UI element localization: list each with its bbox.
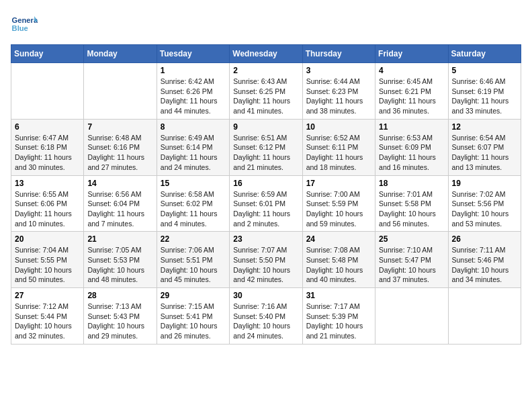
day-content: Sunrise: 7:06 AM Sunset: 5:51 PM Dayligh…	[161, 245, 226, 285]
day-content: Sunrise: 7:13 AM Sunset: 5:43 PM Dayligh…	[87, 302, 152, 341]
day-content: Sunrise: 6:51 AM Sunset: 6:12 PM Dayligh…	[233, 133, 298, 173]
day-number: 11	[379, 122, 444, 132]
calendar-header-row: SundayMondayTuesdayWednesdayThursdayFrid…	[11, 45, 521, 63]
day-content: Sunrise: 6:59 AM Sunset: 6:01 PM Dayligh…	[233, 189, 298, 229]
day-number: 19	[452, 179, 517, 188]
page-header: General Blue	[11, 11, 521, 38]
calendar-cell: 4Sunrise: 6:45 AM Sunset: 6:21 PM Daylig…	[375, 63, 448, 120]
calendar-cell: 17Sunrise: 7:00 AM Sunset: 5:59 PM Dayli…	[302, 175, 375, 232]
day-content: Sunrise: 6:54 AM Sunset: 6:07 PM Dayligh…	[452, 133, 517, 173]
day-number: 31	[306, 291, 371, 300]
calendar-cell: 12Sunrise: 6:54 AM Sunset: 6:07 PM Dayli…	[448, 119, 521, 175]
day-content: Sunrise: 6:58 AM Sunset: 6:02 PM Dayligh…	[161, 189, 226, 229]
calendar-cell: 5Sunrise: 6:46 AM Sunset: 6:19 PM Daylig…	[448, 63, 521, 120]
day-content: Sunrise: 7:07 AM Sunset: 5:50 PM Dayligh…	[233, 245, 298, 285]
calendar-cell	[375, 288, 448, 345]
day-number: 12	[452, 122, 517, 132]
day-content: Sunrise: 7:04 AM Sunset: 5:55 PM Dayligh…	[15, 245, 80, 285]
day-content: Sunrise: 7:05 AM Sunset: 5:53 PM Dayligh…	[87, 245, 152, 285]
day-number: 22	[161, 234, 226, 244]
day-content: Sunrise: 7:11 AM Sunset: 5:46 PM Dayligh…	[452, 245, 517, 285]
day-number: 17	[306, 179, 371, 188]
calendar-cell: 14Sunrise: 6:56 AM Sunset: 6:04 PM Dayli…	[84, 175, 157, 232]
day-number: 27	[15, 291, 80, 300]
calendar-cell: 10Sunrise: 6:52 AM Sunset: 6:11 PM Dayli…	[302, 119, 375, 175]
day-content: Sunrise: 7:02 AM Sunset: 5:56 PM Dayligh…	[452, 189, 517, 229]
day-content: Sunrise: 6:43 AM Sunset: 6:25 PM Dayligh…	[233, 77, 298, 116]
logo-icon: General Blue	[11, 11, 38, 38]
calendar-cell: 24Sunrise: 7:08 AM Sunset: 5:48 PM Dayli…	[302, 232, 375, 288]
day-number: 14	[87, 179, 152, 188]
calendar-cell: 8Sunrise: 6:49 AM Sunset: 6:14 PM Daylig…	[157, 119, 229, 175]
day-content: Sunrise: 6:53 AM Sunset: 6:09 PM Dayligh…	[379, 133, 444, 173]
day-content: Sunrise: 7:17 AM Sunset: 5:39 PM Dayligh…	[306, 302, 371, 341]
calendar-cell: 7Sunrise: 6:48 AM Sunset: 6:16 PM Daylig…	[84, 119, 157, 175]
calendar-cell	[11, 63, 84, 120]
day-content: Sunrise: 6:55 AM Sunset: 6:06 PM Dayligh…	[15, 189, 80, 229]
day-number: 28	[87, 291, 152, 300]
calendar-cell: 29Sunrise: 7:15 AM Sunset: 5:41 PM Dayli…	[157, 288, 229, 345]
week-row-2: 6Sunrise: 6:47 AM Sunset: 6:18 PM Daylig…	[11, 119, 521, 175]
calendar-cell: 11Sunrise: 6:53 AM Sunset: 6:09 PM Dayli…	[375, 119, 448, 175]
week-row-5: 27Sunrise: 7:12 AM Sunset: 5:44 PM Dayli…	[11, 288, 521, 345]
day-header-saturday: Saturday	[448, 45, 521, 63]
calendar-cell: 19Sunrise: 7:02 AM Sunset: 5:56 PM Dayli…	[448, 175, 521, 232]
day-number: 5	[452, 66, 517, 75]
calendar-cell: 31Sunrise: 7:17 AM Sunset: 5:39 PM Dayli…	[302, 288, 375, 345]
calendar-cell	[84, 63, 157, 120]
day-header-thursday: Thursday	[302, 45, 375, 63]
calendar-cell: 26Sunrise: 7:11 AM Sunset: 5:46 PM Dayli…	[448, 232, 521, 288]
day-content: Sunrise: 7:10 AM Sunset: 5:47 PM Dayligh…	[379, 245, 444, 285]
day-number: 7	[87, 122, 152, 132]
calendar-cell: 22Sunrise: 7:06 AM Sunset: 5:51 PM Dayli…	[157, 232, 229, 288]
day-content: Sunrise: 7:00 AM Sunset: 5:59 PM Dayligh…	[306, 189, 371, 229]
calendar-cell: 15Sunrise: 6:58 AM Sunset: 6:02 PM Dayli…	[157, 175, 229, 232]
logo: General Blue	[11, 11, 40, 38]
day-content: Sunrise: 6:47 AM Sunset: 6:18 PM Dayligh…	[15, 133, 80, 173]
calendar-cell: 1Sunrise: 6:42 AM Sunset: 6:26 PM Daylig…	[157, 63, 229, 120]
day-content: Sunrise: 6:46 AM Sunset: 6:19 PM Dayligh…	[452, 77, 517, 116]
day-header-wednesday: Wednesday	[230, 45, 302, 63]
week-row-3: 13Sunrise: 6:55 AM Sunset: 6:06 PM Dayli…	[11, 175, 521, 232]
svg-text:Blue: Blue	[12, 24, 28, 32]
day-content: Sunrise: 7:08 AM Sunset: 5:48 PM Dayligh…	[306, 245, 371, 285]
day-content: Sunrise: 7:01 AM Sunset: 5:58 PM Dayligh…	[379, 189, 444, 229]
svg-text:General: General	[12, 16, 38, 24]
week-row-1: 1Sunrise: 6:42 AM Sunset: 6:26 PM Daylig…	[11, 63, 521, 120]
day-number: 29	[161, 291, 226, 300]
day-content: Sunrise: 6:49 AM Sunset: 6:14 PM Dayligh…	[161, 133, 226, 173]
day-number: 23	[233, 234, 298, 244]
calendar-cell: 28Sunrise: 7:13 AM Sunset: 5:43 PM Dayli…	[84, 288, 157, 345]
day-number: 2	[233, 66, 298, 75]
day-number: 25	[379, 234, 444, 244]
calendar-cell: 30Sunrise: 7:16 AM Sunset: 5:40 PM Dayli…	[230, 288, 302, 345]
day-content: Sunrise: 6:48 AM Sunset: 6:16 PM Dayligh…	[87, 133, 152, 173]
calendar-cell: 27Sunrise: 7:12 AM Sunset: 5:44 PM Dayli…	[11, 288, 84, 345]
week-row-4: 20Sunrise: 7:04 AM Sunset: 5:55 PM Dayli…	[11, 232, 521, 288]
day-content: Sunrise: 6:56 AM Sunset: 6:04 PM Dayligh…	[87, 189, 152, 229]
day-number: 6	[15, 122, 80, 132]
calendar-cell: 16Sunrise: 6:59 AM Sunset: 6:01 PM Dayli…	[230, 175, 302, 232]
day-number: 16	[233, 179, 298, 188]
day-number: 3	[306, 66, 371, 75]
day-content: Sunrise: 7:15 AM Sunset: 5:41 PM Dayligh…	[161, 302, 226, 341]
calendar-cell: 23Sunrise: 7:07 AM Sunset: 5:50 PM Dayli…	[230, 232, 302, 288]
day-number: 13	[15, 179, 80, 188]
calendar-cell: 3Sunrise: 6:44 AM Sunset: 6:23 PM Daylig…	[302, 63, 375, 120]
day-number: 30	[233, 291, 298, 300]
calendar-cell	[448, 288, 521, 345]
day-content: Sunrise: 7:16 AM Sunset: 5:40 PM Dayligh…	[233, 302, 298, 341]
calendar-cell: 21Sunrise: 7:05 AM Sunset: 5:53 PM Dayli…	[84, 232, 157, 288]
calendar-cell: 13Sunrise: 6:55 AM Sunset: 6:06 PM Dayli…	[11, 175, 84, 232]
calendar-cell: 25Sunrise: 7:10 AM Sunset: 5:47 PM Dayli…	[375, 232, 448, 288]
calendar-cell: 20Sunrise: 7:04 AM Sunset: 5:55 PM Dayli…	[11, 232, 84, 288]
day-content: Sunrise: 6:42 AM Sunset: 6:26 PM Dayligh…	[161, 77, 226, 116]
calendar-cell: 9Sunrise: 6:51 AM Sunset: 6:12 PM Daylig…	[230, 119, 302, 175]
day-number: 8	[161, 122, 226, 132]
calendar-table: SundayMondayTuesdayWednesdayThursdayFrid…	[11, 44, 521, 345]
day-number: 18	[379, 179, 444, 188]
calendar-cell: 18Sunrise: 7:01 AM Sunset: 5:58 PM Dayli…	[375, 175, 448, 232]
day-number: 24	[306, 234, 371, 244]
day-number: 9	[233, 122, 298, 132]
day-header-monday: Monday	[84, 45, 157, 63]
